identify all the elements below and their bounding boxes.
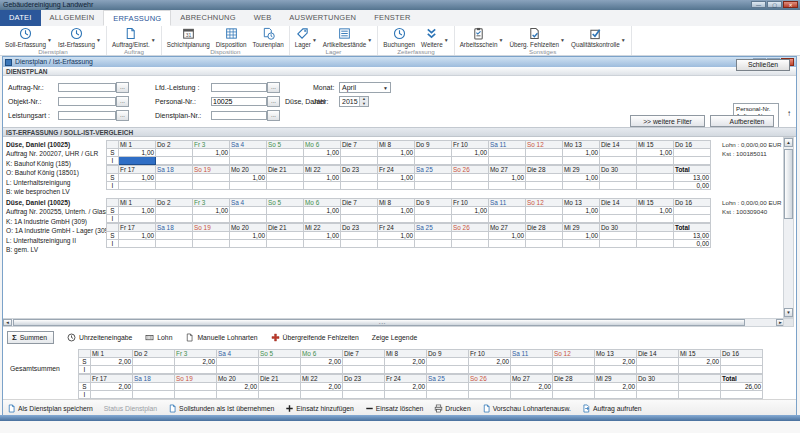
grid-cell[interactable] <box>511 358 553 366</box>
ribbon-button-schichtplanung[interactable]: 31Schichtplanung <box>165 27 212 48</box>
grid-cell[interactable] <box>156 207 193 215</box>
grid-cell[interactable] <box>385 391 427 399</box>
grid-cell[interactable] <box>563 157 600 165</box>
tab-erfassung[interactable]: ERFASSUNG <box>103 10 171 26</box>
grid-cell[interactable] <box>156 182 193 190</box>
grid-cell[interactable] <box>563 182 600 190</box>
als-dienstplan-speichern-button[interactable]: Als Dienstplan speichern <box>7 404 93 413</box>
dropdown-arrow-icon[interactable]: ▼ <box>47 37 52 43</box>
grid-cell[interactable]: 2,00 <box>175 358 217 366</box>
grid-cell[interactable] <box>341 207 378 215</box>
grid-cell[interactable] <box>156 157 193 165</box>
grid-cell[interactable] <box>378 240 415 248</box>
ribbon-button-ist-erfassung[interactable]: Ist-Erfassung▼ <box>56 27 103 48</box>
grid-cell[interactable] <box>193 157 230 165</box>
grid-cell[interactable] <box>452 232 489 240</box>
maximize-icon[interactable]: ▢ <box>767 1 782 8</box>
monat-select[interactable]: April ▼ <box>339 82 391 93</box>
grid-cell[interactable] <box>175 391 217 399</box>
grid-cell[interactable] <box>637 391 679 399</box>
grid-cell[interactable] <box>427 383 469 391</box>
grid-cell[interactable] <box>267 232 304 240</box>
grid-cell[interactable] <box>259 391 301 399</box>
grid-cell[interactable] <box>259 366 301 374</box>
grid-cell[interactable] <box>91 366 133 374</box>
ribbon-button-soll-erfassung[interactable]: Soll-Erfassung▼ <box>3 27 54 48</box>
grid-cell[interactable] <box>679 383 721 391</box>
arrow-up-icon[interactable]: ↑ <box>784 109 794 118</box>
grid-cell[interactable] <box>637 157 674 165</box>
scroll-left-icon[interactable]: ◄ <box>3 319 12 326</box>
grid-cell[interactable]: 1,00 <box>304 232 341 240</box>
grid-cell[interactable]: 1,00 <box>193 207 230 215</box>
grid-cell[interactable] <box>489 215 526 223</box>
grid-cell[interactable] <box>259 358 301 366</box>
grid-cell[interactable] <box>267 207 304 215</box>
ribbon-button-disposition[interactable]: Disposition <box>214 27 249 48</box>
grid-cell[interactable] <box>469 366 511 374</box>
grid-cell[interactable] <box>304 182 341 190</box>
grid-cell[interactable] <box>175 383 217 391</box>
close-icon[interactable]: ✕ <box>783 1 798 8</box>
grid-cell[interactable] <box>343 391 385 399</box>
grid-cell[interactable] <box>637 358 679 366</box>
grid-cell[interactable]: 2,00 <box>595 358 637 366</box>
dropdown-arrow-icon[interactable]: ▼ <box>498 37 503 43</box>
tab-datei[interactable]: DATEI <box>0 10 41 26</box>
grid-cell[interactable] <box>175 366 217 374</box>
grid-cell[interactable]: 2,00 <box>595 383 637 391</box>
grid-cell[interactable] <box>267 240 304 248</box>
ribbon-button-qualit-tskontrolle[interactable]: Qualitätskontrolle▼ <box>569 27 628 48</box>
grid-cell[interactable]: 2,00 <box>385 358 427 366</box>
personal-nr-browse-button[interactable]: ... <box>267 96 280 107</box>
objekt-nr-browse-button[interactable]: ... <box>116 96 129 107</box>
grid-cell[interactable] <box>304 157 341 165</box>
grid-cell[interactable] <box>679 366 721 374</box>
grid-cell[interactable]: 1,00 <box>119 149 156 157</box>
grid-cell[interactable] <box>600 149 637 157</box>
grid-cell[interactable] <box>595 366 637 374</box>
grid-cell[interactable] <box>267 182 304 190</box>
grid-cell[interactable]: 1,00 <box>304 149 341 157</box>
grid-cell[interactable] <box>526 174 563 182</box>
grid-cell[interactable]: 1,00 <box>563 232 600 240</box>
grid-cell[interactable] <box>600 157 637 165</box>
grid-cell[interactable] <box>452 215 489 223</box>
grid-cell[interactable] <box>156 232 193 240</box>
grid-cell[interactable] <box>526 157 563 165</box>
grid-cell[interactable] <box>341 215 378 223</box>
grid-cell[interactable] <box>563 215 600 223</box>
grid-cell[interactable] <box>674 207 711 215</box>
grid-cell[interactable] <box>230 207 267 215</box>
grid-cell[interactable] <box>343 366 385 374</box>
grid-cell[interactable] <box>133 383 175 391</box>
grid-cell[interactable] <box>511 366 553 374</box>
grid-cell[interactable] <box>489 207 526 215</box>
grid-cell[interactable]: 1,00 <box>489 174 526 182</box>
grid-cell[interactable] <box>721 358 763 366</box>
grid-cell[interactable] <box>427 391 469 399</box>
grid-cell[interactable]: 2,00 <box>469 358 511 366</box>
dropdown-arrow-icon[interactable]: ▼ <box>621 37 626 43</box>
grid-cell[interactable] <box>217 391 259 399</box>
grid-cell[interactable]: 0,00 <box>674 240 711 248</box>
grid-cell[interactable]: 26,00 <box>721 383 763 391</box>
grid-cell[interactable]: 1,00 <box>563 207 600 215</box>
ribbon-button-arbeitsschein[interactable]: Arbeitsschein▼ <box>458 27 506 48</box>
grid-cell[interactable] <box>378 215 415 223</box>
grid-cell[interactable] <box>674 215 711 223</box>
leistungsart-input[interactable] <box>58 111 116 120</box>
grid-cell[interactable]: 2,00 <box>511 383 553 391</box>
grid-cell[interactable] <box>526 240 563 248</box>
grid-cell[interactable] <box>378 182 415 190</box>
grid-cell[interactable] <box>378 157 415 165</box>
grid-cell[interactable] <box>230 149 267 157</box>
grid-cell[interactable] <box>304 215 341 223</box>
ribbon-button-artikelbest-nde[interactable]: Artikelbestände▼ <box>321 27 374 48</box>
grid-cell[interactable] <box>133 391 175 399</box>
grid-cell[interactable] <box>452 157 489 165</box>
grid-cell[interactable] <box>600 174 637 182</box>
grid-cell[interactable] <box>721 366 763 374</box>
dropdown-arrow-icon[interactable]: ▼ <box>312 37 317 43</box>
einsatz-l-schen-button[interactable]: Einsatz löschen <box>365 404 424 413</box>
